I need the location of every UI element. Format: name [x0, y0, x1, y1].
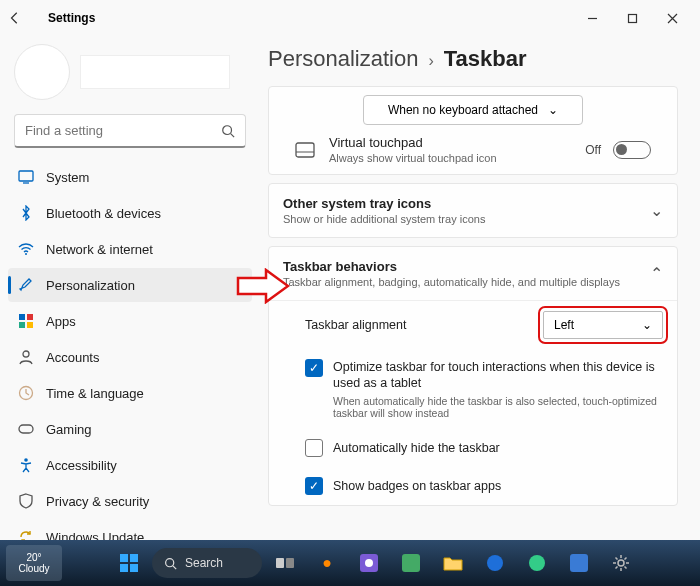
sidebar-item-accessibility[interactable]: Accessibility: [8, 448, 252, 482]
sidebar-item-apps[interactable]: Apps: [8, 304, 252, 338]
apps-icon: [18, 313, 34, 329]
brush-icon: [18, 277, 34, 293]
taskbar-app-icon[interactable]: ●: [308, 544, 346, 582]
settings-icon[interactable]: [602, 544, 640, 582]
sidebar-item-bluetooth[interactable]: Bluetooth & devices: [8, 196, 252, 230]
taskbar-app-icon[interactable]: [518, 544, 556, 582]
chevron-right-icon: ›: [428, 52, 433, 70]
breadcrumb: Personalization › Taskbar: [268, 46, 678, 72]
svg-point-29: [529, 555, 545, 571]
person-icon: [18, 349, 34, 365]
titlebar: Settings: [0, 0, 700, 36]
svg-point-31: [618, 560, 624, 566]
alignment-dropdown[interactable]: Left ⌄: [543, 311, 663, 339]
sidebar-item-privacy[interactable]: Privacy & security: [8, 484, 252, 518]
optimize-checkbox[interactable]: ✓: [305, 359, 323, 377]
touchpad-icon: [295, 142, 317, 158]
svg-rect-24: [286, 558, 294, 568]
chevron-down-icon: ⌄: [642, 318, 652, 332]
taskbar-app-icon[interactable]: [560, 544, 598, 582]
svg-rect-1: [628, 14, 636, 22]
sidebar-item-label: Network & internet: [46, 242, 153, 257]
behaviors-sub: Taskbar alignment, badging, automaticall…: [283, 276, 640, 288]
task-view-icon[interactable]: [266, 544, 304, 582]
touchpad-toggle[interactable]: [613, 141, 651, 159]
sidebar-item-label: Time & language: [46, 386, 144, 401]
tray-title: Other system tray icons: [283, 196, 640, 211]
account-header[interactable]: [14, 44, 246, 100]
autohide-row[interactable]: Automatically hide the taskbar: [269, 429, 677, 467]
svg-rect-8: [27, 314, 33, 320]
sidebar-item-label: Gaming: [46, 422, 92, 437]
sidebar-item-personalization[interactable]: Personalization: [8, 268, 252, 302]
chevron-down-icon: ⌄: [650, 201, 663, 220]
wifi-icon: [18, 241, 34, 257]
taskbar-app-icon[interactable]: [392, 544, 430, 582]
taskbar-app-icon[interactable]: [476, 544, 514, 582]
svg-point-6: [25, 253, 27, 255]
sidebar-item-label: Accessibility: [46, 458, 117, 473]
accessibility-icon: [18, 457, 34, 473]
chevron-up-icon: ⌃: [650, 264, 663, 283]
tray-sub: Show or hide additional system tray icon…: [283, 213, 640, 225]
taskbar-search[interactable]: Search: [152, 548, 262, 578]
avatar: [14, 44, 70, 100]
behaviors-header[interactable]: Taskbar behaviors Taskbar alignment, bad…: [269, 247, 677, 300]
svg-rect-4: [19, 171, 33, 181]
svg-rect-10: [27, 322, 33, 328]
sidebar-item-label: System: [46, 170, 89, 185]
autohide-checkbox[interactable]: [305, 439, 323, 457]
sidebar-item-label: Bluetooth & devices: [46, 206, 161, 221]
badges-checkbox[interactable]: ✓: [305, 477, 323, 495]
alignment-row: Taskbar alignment Left ⌄: [269, 301, 677, 349]
svg-point-14: [24, 458, 28, 462]
search-box[interactable]: [14, 114, 246, 148]
keyboard-card: When no keyboard attached ⌄ Virtual touc…: [268, 86, 678, 175]
sidebar-item-gaming[interactable]: Gaming: [8, 412, 252, 446]
chevron-down-icon: ⌄: [548, 103, 558, 117]
system-icon: [18, 169, 34, 185]
content-pane: Personalization › Taskbar When no keyboa…: [260, 36, 700, 540]
bluetooth-icon: [18, 205, 34, 221]
autohide-label: Automatically hide the taskbar: [333, 441, 663, 455]
svg-rect-27: [402, 554, 420, 572]
minimize-button[interactable]: [572, 2, 612, 34]
badges-label: Show badges on taskbar apps: [333, 479, 663, 493]
tray-card[interactable]: Other system tray icons Show or hide add…: [268, 183, 678, 238]
start-button[interactable]: [110, 544, 148, 582]
toggle-state: Off: [585, 143, 601, 157]
sidebar-item-system[interactable]: System: [8, 160, 252, 194]
optimize-label: Optimize taskbar for touch interactions …: [333, 359, 663, 392]
sidebar: System Bluetooth & devices Network & int…: [0, 36, 260, 540]
close-button[interactable]: [652, 2, 692, 34]
optimize-sub: When automatically hide the taskbar is a…: [333, 395, 663, 419]
sidebar-item-network[interactable]: Network & internet: [8, 232, 252, 266]
sidebar-item-accounts[interactable]: Accounts: [8, 340, 252, 374]
keyboard-dropdown[interactable]: When no keyboard attached ⌄: [363, 95, 583, 125]
os-taskbar[interactable]: 20° Cloudy Search ●: [0, 540, 700, 586]
weather-widget[interactable]: 20° Cloudy: [6, 545, 62, 581]
sidebar-item-time[interactable]: Time & language: [8, 376, 252, 410]
search-input[interactable]: [25, 123, 221, 138]
taskbar-app-icon[interactable]: [350, 544, 388, 582]
badges-row[interactable]: ✓ Show badges on taskbar apps: [269, 467, 677, 505]
svg-point-28: [487, 555, 503, 571]
svg-point-11: [23, 351, 29, 357]
optimize-row[interactable]: ✓ Optimize taskbar for touch interaction…: [269, 349, 677, 429]
breadcrumb-parent[interactable]: Personalization: [268, 46, 418, 72]
search-icon: [221, 124, 235, 138]
svg-point-2: [223, 125, 232, 134]
svg-rect-15: [296, 143, 314, 157]
svg-rect-20: [130, 564, 138, 572]
svg-rect-30: [570, 554, 588, 572]
explorer-icon[interactable]: [434, 544, 472, 582]
svg-rect-17: [120, 554, 128, 562]
alignment-label: Taskbar alignment: [305, 318, 533, 332]
dropdown-label: When no keyboard attached: [388, 103, 538, 117]
sidebar-item-label: Privacy & security: [46, 494, 149, 509]
clock-icon: [18, 385, 34, 401]
back-button[interactable]: [8, 11, 40, 25]
search-icon: [164, 557, 177, 570]
svg-rect-19: [120, 564, 128, 572]
maximize-button[interactable]: [612, 2, 652, 34]
